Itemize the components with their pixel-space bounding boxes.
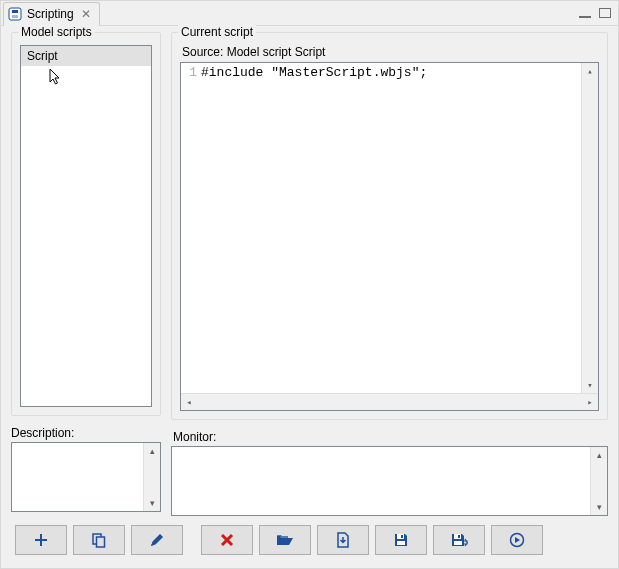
svg-rect-12 bbox=[401, 535, 403, 538]
tab-label: Scripting bbox=[27, 7, 74, 21]
svg-rect-1 bbox=[12, 10, 18, 13]
svg-rect-8 bbox=[97, 537, 105, 547]
save-as-icon bbox=[450, 532, 468, 548]
tab-bar: Scripting ✕ bbox=[1, 1, 618, 26]
list-item[interactable]: Script bbox=[21, 46, 151, 66]
line-number: 1 bbox=[181, 65, 201, 80]
copy-icon bbox=[91, 532, 107, 548]
save-button[interactable] bbox=[375, 525, 427, 555]
scrollbar-horizontal[interactable]: ◂ ▸ bbox=[181, 393, 598, 410]
svg-rect-0 bbox=[9, 8, 21, 20]
description-label: Description: bbox=[11, 426, 161, 440]
monitor-label: Monitor: bbox=[173, 430, 608, 444]
copy-button[interactable] bbox=[73, 525, 125, 555]
run-button[interactable] bbox=[491, 525, 543, 555]
tab-scripting[interactable]: Scripting ✕ bbox=[3, 2, 100, 26]
close-tab-button[interactable]: ✕ bbox=[79, 7, 93, 21]
import-button[interactable] bbox=[317, 525, 369, 555]
scroll-up-icon[interactable]: ▴ bbox=[582, 63, 598, 79]
scroll-down-icon[interactable]: ▾ bbox=[144, 495, 160, 511]
minimize-view-icon[interactable] bbox=[578, 6, 592, 20]
model-scripts-group: Model scripts Script bbox=[11, 32, 161, 416]
play-icon bbox=[509, 532, 525, 548]
svg-rect-3 bbox=[579, 16, 591, 18]
svg-rect-2 bbox=[12, 15, 18, 18]
toolbar bbox=[1, 520, 618, 568]
delete-icon bbox=[219, 532, 235, 548]
svg-rect-16 bbox=[454, 541, 462, 545]
scroll-right-icon[interactable]: ▸ bbox=[582, 394, 598, 410]
edit-button[interactable] bbox=[131, 525, 183, 555]
scrollbar-vertical[interactable]: ▴ ▾ bbox=[590, 447, 607, 515]
description-textarea[interactable]: ▴ ▾ bbox=[11, 442, 161, 512]
svg-rect-13 bbox=[397, 541, 405, 545]
svg-rect-6 bbox=[35, 539, 47, 541]
add-button[interactable] bbox=[15, 525, 67, 555]
script-editor[interactable]: 1 #include "MasterScript.wbjs"; ▴ ▾ ◂ ▸ bbox=[180, 62, 599, 411]
folder-open-icon bbox=[276, 532, 294, 548]
save-icon bbox=[393, 532, 409, 548]
svg-rect-4 bbox=[600, 9, 611, 18]
scripting-tab-icon bbox=[8, 7, 22, 21]
scroll-up-icon[interactable]: ▴ bbox=[144, 443, 160, 459]
save-as-button[interactable] bbox=[433, 525, 485, 555]
maximize-view-icon[interactable] bbox=[598, 6, 612, 20]
file-arrow-icon bbox=[335, 532, 351, 548]
scroll-left-icon[interactable]: ◂ bbox=[181, 394, 197, 410]
script-list[interactable]: Script bbox=[20, 45, 152, 407]
model-scripts-label: Model scripts bbox=[18, 25, 95, 39]
code-line: 1 #include "MasterScript.wbjs"; bbox=[181, 65, 581, 80]
scrollbar-vertical[interactable]: ▴ ▾ bbox=[581, 63, 598, 393]
source-label: Source: Model script Script bbox=[182, 45, 599, 59]
open-button[interactable] bbox=[259, 525, 311, 555]
delete-button[interactable] bbox=[201, 525, 253, 555]
scroll-down-icon[interactable]: ▾ bbox=[591, 499, 607, 515]
monitor-group: Monitor: ▴ ▾ bbox=[171, 430, 608, 516]
scroll-down-icon[interactable]: ▾ bbox=[582, 377, 598, 393]
monitor-textarea[interactable]: ▴ ▾ bbox=[171, 446, 608, 516]
scrollbar-vertical[interactable]: ▴ ▾ bbox=[143, 443, 160, 511]
plus-icon bbox=[33, 532, 49, 548]
description-group: Description: ▴ ▾ bbox=[11, 426, 161, 516]
current-script-label: Current script bbox=[178, 25, 256, 39]
pencil-icon bbox=[149, 532, 165, 548]
scroll-up-icon[interactable]: ▴ bbox=[591, 447, 607, 463]
svg-rect-15 bbox=[458, 535, 460, 538]
current-script-group: Current script Source: Model script Scri… bbox=[171, 32, 608, 420]
cursor-icon bbox=[49, 68, 63, 89]
code-text[interactable]: #include "MasterScript.wbjs"; bbox=[201, 65, 427, 80]
